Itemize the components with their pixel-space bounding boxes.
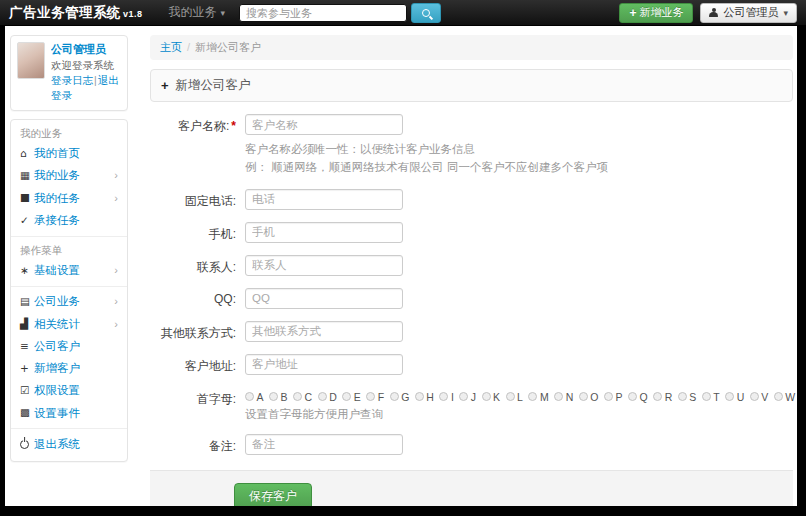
chevron-right-icon: › xyxy=(114,193,118,204)
field-label-contact-person: 联系人: xyxy=(150,255,245,276)
sidebar-item-events[interactable]: ▩设置事件 xyxy=(11,402,127,424)
save-customer-button[interactable]: 保存客户 xyxy=(234,483,312,506)
radio-letter-V[interactable]: V xyxy=(750,391,769,403)
app-title[interactable]: 广告业务管理系统v1.8 xyxy=(9,4,143,22)
field-row-initial-letter: 首字母:ABCDEFGHIJKLMNOPQRSTUVWXYZ设置首字母能方便用户… xyxy=(150,387,793,422)
field-controls-initial-letter: ABCDEFGHIJKLMNOPQRSTUVWXYZ设置首字母能方便用户查询 xyxy=(245,387,793,422)
radio-letter-M[interactable]: M xyxy=(528,391,548,403)
radio-circle-icon xyxy=(678,392,687,401)
sidebar-item-company-customers[interactable]: ≡公司客户 xyxy=(11,335,127,357)
radio-letter-A[interactable]: A xyxy=(245,391,264,403)
radio-letter-L[interactable]: L xyxy=(506,391,523,403)
contact-person-input[interactable] xyxy=(245,255,403,276)
add-business-button[interactable]: +新增业务 xyxy=(619,3,693,23)
radio-letter-label: U xyxy=(737,391,745,403)
radio-letter-N[interactable]: N xyxy=(554,391,573,403)
navbar-search xyxy=(239,3,441,23)
radio-circle-icon xyxy=(366,392,375,401)
nav-menu-my-business[interactable]: 我的业务▾ xyxy=(169,4,226,21)
field-label-initial-letter: 首字母: xyxy=(150,387,245,422)
chevron-right-icon: › xyxy=(114,296,118,307)
radio-letter-G[interactable]: G xyxy=(390,391,410,403)
chevron-down-icon: ▾ xyxy=(783,8,788,18)
remark-input[interactable] xyxy=(245,434,403,455)
field-controls-customer-name: 客户名称必须唯一性：以便统计客户业务信息例： 顺通网络，顺通网络技术有限公司 同… xyxy=(245,114,793,177)
field-controls-mobile xyxy=(245,222,793,243)
field-row-qq: QQ: xyxy=(150,288,793,309)
sidebar-item-company-business[interactable]: ▤公司业务› xyxy=(11,291,127,313)
radio-circle-icon xyxy=(439,392,448,401)
account-dropdown-button[interactable]: 公司管理员 ▾ xyxy=(700,3,797,23)
radio-circle-icon xyxy=(774,392,783,401)
sidebar-item-my-business[interactable]: ▦我的业务› xyxy=(11,165,127,187)
sidebar-item-power[interactable]: 退出系统 xyxy=(11,433,127,455)
sidebar-item-basic-settings[interactable]: ∗基础设置› xyxy=(11,260,127,282)
radio-letter-label: Q xyxy=(639,391,647,403)
field-controls-remark xyxy=(245,434,793,455)
field-row-remark: 备注: xyxy=(150,434,793,455)
field-row-other-contact: 其他联系方式: xyxy=(150,321,793,342)
login-log-link[interactable]: 登录日志 xyxy=(51,74,93,86)
customer-name-input[interactable] xyxy=(245,114,403,135)
radio-letter-label: H xyxy=(426,391,434,403)
radio-letter-label: B xyxy=(281,391,288,403)
sidebar-item-permissions[interactable]: ☑权限设置 xyxy=(11,380,127,402)
radio-letter-B[interactable]: B xyxy=(269,391,288,403)
breadcrumb-home-link[interactable]: 主页 xyxy=(160,41,182,53)
radio-letter-W[interactable]: W xyxy=(774,391,795,403)
field-label-customer-address: 客户地址: xyxy=(150,354,245,375)
radio-circle-icon xyxy=(293,392,302,401)
radio-letter-I[interactable]: I xyxy=(439,391,453,403)
sidebar-item-label: 承接任务 xyxy=(34,212,80,229)
radio-letter-F[interactable]: F xyxy=(366,391,384,403)
field-row-mobile: 手机: xyxy=(150,222,793,243)
radio-circle-icon xyxy=(506,392,515,401)
radio-letter-P[interactable]: P xyxy=(604,391,623,403)
plus-icon: + xyxy=(629,6,636,20)
radio-circle-icon xyxy=(579,392,588,401)
radio-letter-J[interactable]: J xyxy=(459,391,476,403)
field-row-customer-name: 客户名称:*客户名称必须唯一性：以便统计客户业务信息例： 顺通网络，顺通网络技术… xyxy=(150,114,793,177)
radio-letter-D[interactable]: D xyxy=(318,391,337,403)
radio-circle-icon xyxy=(245,392,254,401)
other-contact-input[interactable] xyxy=(245,321,403,342)
radio-letter-label: W xyxy=(785,391,795,403)
sidebar-item-my-tasks[interactable]: ■我的任务› xyxy=(11,187,127,209)
radio-circle-icon xyxy=(415,392,424,401)
events-icon: ▩ xyxy=(20,405,34,421)
search-button[interactable] xyxy=(411,3,441,23)
radio-letter-label: G xyxy=(401,391,409,403)
field-label-customer-name: 客户名称:* xyxy=(150,114,245,177)
chevron-right-icon: › xyxy=(114,170,118,181)
mobile-input[interactable] xyxy=(245,222,403,243)
sidebar-item-home[interactable]: ⌂我的首页 xyxy=(11,143,127,165)
landline-input[interactable] xyxy=(245,189,403,210)
search-icon xyxy=(422,9,430,17)
sidebar-item-add-customer[interactable]: +新增客户 xyxy=(11,358,127,380)
customer-address-input[interactable] xyxy=(245,354,403,375)
search-input[interactable] xyxy=(239,4,407,22)
menu-divider xyxy=(11,286,127,287)
sidebar-item-label: 公司业务 xyxy=(34,293,80,310)
power-icon xyxy=(20,440,29,449)
radio-letter-H[interactable]: H xyxy=(415,391,434,403)
radio-letter-Q[interactable]: Q xyxy=(628,391,648,403)
radio-letter-E[interactable]: E xyxy=(342,391,361,403)
radio-letter-U[interactable]: U xyxy=(725,391,744,403)
radio-letter-R[interactable]: R xyxy=(653,391,672,403)
field-help-customer-name: 客户名称必须唯一性：以便统计客户业务信息例： 顺通网络，顺通网络技术有限公司 同… xyxy=(245,141,793,177)
radio-letter-K[interactable]: K xyxy=(482,391,501,403)
sidebar-item-statistics[interactable]: ▟相关统计› xyxy=(11,313,127,335)
radio-letter-S[interactable]: S xyxy=(678,391,697,403)
qq-input[interactable] xyxy=(245,288,403,309)
sidebar-item-label: 基础设置 xyxy=(34,262,80,279)
radio-circle-icon xyxy=(702,392,711,401)
user-icon xyxy=(709,8,718,18)
radio-letter-T[interactable]: T xyxy=(702,391,720,403)
sidebar-item-accept-tasks[interactable]: ✓承接任务 xyxy=(11,209,127,231)
radio-letter-O[interactable]: O xyxy=(579,391,599,403)
profile-name: 公司管理员 xyxy=(51,42,121,58)
home-icon: ⌂ xyxy=(20,146,34,162)
initial-letter-radios: ABCDEFGHIJKLMNOPQRSTUVWXYZ xyxy=(245,387,793,403)
radio-letter-C[interactable]: C xyxy=(293,391,312,403)
